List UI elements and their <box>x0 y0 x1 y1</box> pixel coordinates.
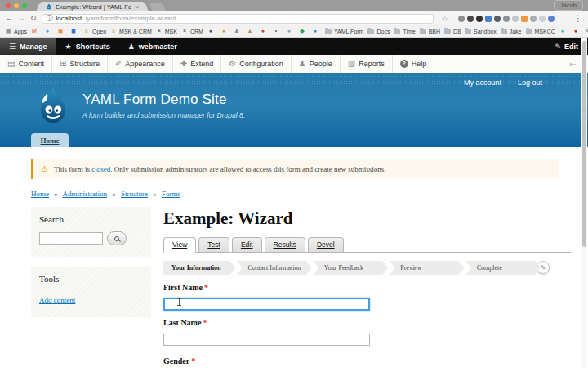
bookmark-favicon: ♕ <box>110 28 117 34</box>
bookmark-favicon: × <box>181 28 188 34</box>
browser-tab-bar: Example: Wizard | YAML Form × Jacob <box>0 0 588 11</box>
extension-icon[interactable] <box>476 16 483 22</box>
bookmark-item[interactable]: ▣ <box>57 28 66 34</box>
scrollbar-thumb[interactable] <box>582 41 586 247</box>
local-task-tab[interactable]: Test <box>198 237 229 252</box>
pencil-icon: ✎ <box>541 264 546 272</box>
forward-icon[interactable]: → <box>18 15 25 22</box>
bookmark-item[interactable]: M <box>31 28 40 34</box>
bookmark-item[interactable]: ▦ Apps <box>5 28 27 34</box>
extension-icon[interactable] <box>494 16 501 22</box>
drupal-logo[interactable] <box>34 87 72 124</box>
admin-menu-item[interactable]: ⚙ Configuration <box>221 55 292 73</box>
bookmark-item[interactable]: ● <box>286 28 295 34</box>
extension-icon[interactable] <box>485 16 492 22</box>
bookmark-item[interactable]: ♕ MSK & CRM <box>110 28 152 34</box>
bookmark-item[interactable]: ◆ <box>299 28 308 34</box>
bookmark-item[interactable]: ● <box>260 28 269 34</box>
primary-nav-home-tab[interactable]: Home <box>31 133 69 147</box>
bookmark-item[interactable]: × MSK <box>156 28 177 34</box>
local-task-tab[interactable]: Edit <box>232 237 262 252</box>
toolbar-item[interactable]: ☰ Manage <box>0 38 56 55</box>
profile-button[interactable]: Jacob <box>554 0 583 11</box>
bookmark-favicon <box>325 29 332 34</box>
admin-menu-item-label: Configuration <box>239 60 283 68</box>
bookmark-item[interactable]: ● <box>220 28 229 34</box>
extension-icon[interactable] <box>512 16 519 22</box>
admin-menu-item-icon: ✚ <box>180 60 187 68</box>
bookmark-item[interactable]: ♟ <box>234 28 243 34</box>
bookmark-star-icon[interactable]: ☆ <box>442 15 448 23</box>
tab-title: Example: Wizard | YAML Form <box>56 3 131 11</box>
search-input[interactable] <box>39 232 103 245</box>
account-link[interactable]: Log out <box>518 79 542 87</box>
new-tab-button[interactable] <box>149 3 165 11</box>
breadcrumb-link[interactable]: Forms <box>162 190 180 198</box>
local-task-tab[interactable]: View <box>163 237 196 253</box>
close-tab-icon[interactable]: × <box>135 3 139 11</box>
site-name[interactable]: YAML Form Demo Site <box>82 92 245 108</box>
local-task-tab[interactable]: Devel <box>308 237 344 252</box>
admin-menu-item[interactable]: ✐ Appearance <box>108 55 173 73</box>
bookmark-item[interactable]: Jake <box>501 29 522 34</box>
extension-icon[interactable] <box>521 16 528 22</box>
breadcrumb-link[interactable]: Structure <box>121 190 148 198</box>
last-name-input[interactable] <box>163 334 370 346</box>
address-input[interactable]: ⓘ localhost /yamlform/form/example-wizar… <box>42 14 434 24</box>
bookmark-item[interactable]: ● <box>207 28 216 34</box>
bookmark-item[interactable]: ◼ <box>70 28 79 34</box>
bookmark-favicon: ● <box>44 28 51 34</box>
bookmark-item[interactable]: BBH <box>420 29 440 34</box>
extension-icon[interactable] <box>548 16 555 22</box>
admin-menu-item[interactable]: ▤ Content <box>0 55 52 73</box>
close-window-button[interactable] <box>6 3 11 8</box>
reload-icon[interactable]: ↻ <box>30 15 37 22</box>
bookmark-item[interactable]: Docs <box>368 29 390 34</box>
breadcrumb-link[interactable]: Administration <box>63 190 108 198</box>
toolbar-item-label: webmaster <box>139 43 177 51</box>
extension-icon[interactable] <box>530 16 537 22</box>
page-info-icon[interactable]: ⓘ <box>47 16 53 22</box>
bookmark-item[interactable]: ▲ <box>247 28 256 34</box>
closed-link[interactable]: closed <box>91 165 110 173</box>
add-content-link[interactable]: Add content <box>39 296 75 304</box>
local-task-tab[interactable]: Results <box>265 237 305 252</box>
bookmark-item[interactable]: • <box>273 28 282 34</box>
bookmark-item[interactable]: YAML Form <box>325 29 364 34</box>
back-icon[interactable]: ← <box>6 15 13 22</box>
browser-tab[interactable]: Example: Wizard | YAML Form × <box>40 2 145 11</box>
bookmark-item[interactable]: ● <box>572 28 581 34</box>
admin-menu-item[interactable]: ? Help <box>393 55 435 73</box>
bookmark-item[interactable]: ● <box>312 28 321 34</box>
breadcrumb-link[interactable]: Home <box>31 190 49 198</box>
first-name-input[interactable] <box>163 298 370 311</box>
minimize-window-button[interactable] <box>14 3 19 8</box>
extension-icon[interactable] <box>467 16 474 22</box>
bookmark-item[interactable]: MSKCC <box>526 29 555 34</box>
bookmark-item[interactable]: D8 <box>444 29 461 34</box>
bookmark-item[interactable]: ● <box>44 28 53 34</box>
admin-menu-item[interactable]: ▥ Reports <box>341 55 393 73</box>
bookmark-favicon <box>465 29 471 34</box>
bookmark-item[interactable]: Sandbox <box>465 29 497 34</box>
bookmark-item[interactable]: ♕ Open <box>83 28 106 34</box>
bookmark-item[interactable]: × CRM <box>181 28 203 34</box>
account-link[interactable]: My account <box>464 79 501 87</box>
admin-menu-item[interactable]: ♟ People <box>292 55 341 73</box>
bookmark-item[interactable]: Time <box>394 29 415 34</box>
page-scrollbar[interactable] <box>581 38 587 368</box>
toolbar-item[interactable]: ♟ webmaster <box>119 38 186 55</box>
url-host: localhost <box>56 15 82 22</box>
extension-icon[interactable] <box>539 16 546 22</box>
bookmark-item[interactable]: ● <box>559 28 568 34</box>
admin-menu-item[interactable]: ✚ Extend <box>173 55 221 73</box>
first-name-label: First Name* <box>163 283 571 292</box>
toolbar-item-icon: ★ <box>65 43 72 51</box>
browser-menu-icon[interactable]: ⋮ <box>574 14 582 23</box>
extension-icon[interactable] <box>503 16 510 22</box>
admin-menu-item[interactable]: ⊞ Structure <box>52 55 108 73</box>
search-submit-button[interactable] <box>107 231 127 245</box>
extension-icon[interactable] <box>458 16 465 22</box>
toolbar-item[interactable]: ★ Shortcuts <box>56 38 119 55</box>
zoom-window-button[interactable] <box>22 3 27 8</box>
